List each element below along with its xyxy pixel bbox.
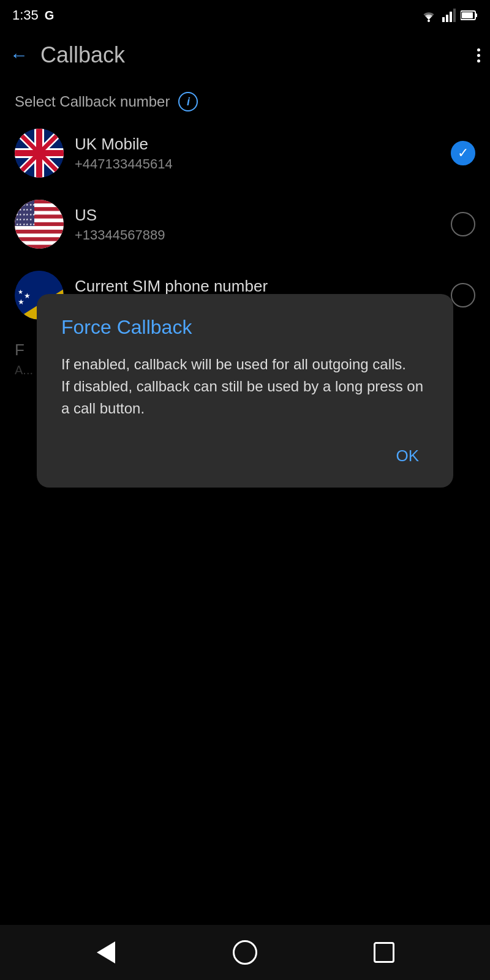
us-flag: ★ ★ ★ ★ ★ ★ ★ ★ ★ ★ ★ ★ ★ ★ ★ ★ ★ ★ ★ ★ … [15, 200, 64, 249]
us-phone-number: +13344567889 [75, 227, 440, 243]
svg-point-0 [428, 20, 430, 22]
status-time: 1:35 [12, 7, 39, 23]
uk-phone-name: UK Mobile [75, 135, 440, 154]
svg-rect-1 [442, 17, 445, 22]
svg-text:★ ★ ★ ★ ★: ★ ★ ★ ★ ★ [16, 217, 32, 221]
back-button[interactable]: ← [10, 45, 28, 66]
g-icon: G [45, 9, 55, 23]
svg-rect-2 [446, 15, 448, 22]
svg-rect-30 [15, 238, 64, 241]
us-flag-svg: ★ ★ ★ ★ ★ ★ ★ ★ ★ ★ ★ ★ ★ ★ ★ ★ ★ ★ ★ ★ … [15, 200, 64, 249]
app-bar: ← Callback [0, 31, 490, 80]
more-dot-3 [477, 59, 480, 62]
signal-icon [442, 9, 456, 22]
uk-phone-number: +447133445614 [75, 156, 440, 172]
nav-back-button[interactable] [91, 937, 121, 968]
svg-rect-3 [450, 12, 452, 22]
us-phone-info: US +13344567889 [75, 206, 440, 243]
more-button[interactable] [477, 48, 480, 62]
uk-phone-info: UK Mobile +447133445614 [75, 135, 440, 172]
uk-radio-button[interactable]: ✓ [451, 141, 475, 165]
svg-text:★ ★ ★ ★ ★ ★: ★ ★ ★ ★ ★ ★ [16, 203, 36, 206]
more-dot-2 [477, 54, 480, 57]
svg-rect-7 [475, 13, 477, 17]
svg-text:★: ★ [24, 292, 31, 300]
status-bar-left: 1:35 G [12, 7, 54, 23]
info-label: i [187, 96, 190, 108]
svg-rect-4 [453, 9, 456, 22]
force-callback-dialog: Force Callback If enabled, callback will… [37, 294, 453, 488]
ok-button[interactable]: OK [386, 442, 429, 470]
dialog-title: Force Callback [61, 316, 429, 339]
sim-phone-name: Current SIM phone number [75, 277, 440, 296]
navigation-bar [0, 925, 490, 980]
svg-rect-31 [15, 241, 64, 245]
svg-rect-6 [462, 12, 473, 18]
battery-icon [461, 10, 478, 21]
back-nav-icon [97, 941, 115, 963]
recent-nav-icon [374, 942, 394, 963]
nav-home-button[interactable] [230, 937, 260, 968]
svg-text:★: ★ [18, 288, 23, 295]
svg-rect-27 [15, 226, 64, 230]
sim-radio-button[interactable] [451, 283, 475, 307]
page-title: Callback [40, 42, 477, 68]
us-phone-name: US [75, 206, 440, 225]
phone-item-us[interactable]: ★ ★ ★ ★ ★ ★ ★ ★ ★ ★ ★ ★ ★ ★ ★ ★ ★ ★ ★ ★ … [10, 189, 480, 260]
svg-rect-20 [15, 200, 64, 203]
svg-rect-29 [15, 233, 64, 237]
nav-recent-button[interactable] [369, 937, 399, 968]
home-nav-icon [233, 940, 257, 965]
svg-rect-21 [15, 203, 64, 207]
status-bar: 1:35 G [0, 0, 490, 31]
uk-check-icon: ✓ [458, 145, 469, 161]
uk-flag [15, 129, 64, 178]
section-title: Select Callback number [15, 93, 170, 110]
info-icon-button[interactable]: i [178, 92, 198, 111]
wifi-icon [420, 9, 437, 22]
dialog-actions: OK [61, 442, 429, 470]
svg-text:★ ★ ★ ★ ★ ★: ★ ★ ★ ★ ★ ★ [16, 213, 36, 216]
more-dot-1 [477, 48, 480, 51]
svg-rect-32 [15, 245, 64, 249]
status-bar-right [420, 9, 478, 22]
us-radio-button[interactable] [451, 212, 475, 236]
svg-text:★ ★ ★ ★ ★ ★: ★ ★ ★ ★ ★ ★ [16, 222, 36, 226]
section-header: Select Callback number i [0, 80, 490, 118]
phone-item-uk[interactable]: UK Mobile +447133445614 ✓ [10, 118, 480, 189]
svg-rect-28 [15, 230, 64, 233]
uk-flag-svg [15, 129, 64, 178]
svg-text:★ ★ ★ ★ ★: ★ ★ ★ ★ ★ [16, 208, 32, 211]
dialog-body: If enabled, callback will be used for al… [61, 353, 429, 420]
